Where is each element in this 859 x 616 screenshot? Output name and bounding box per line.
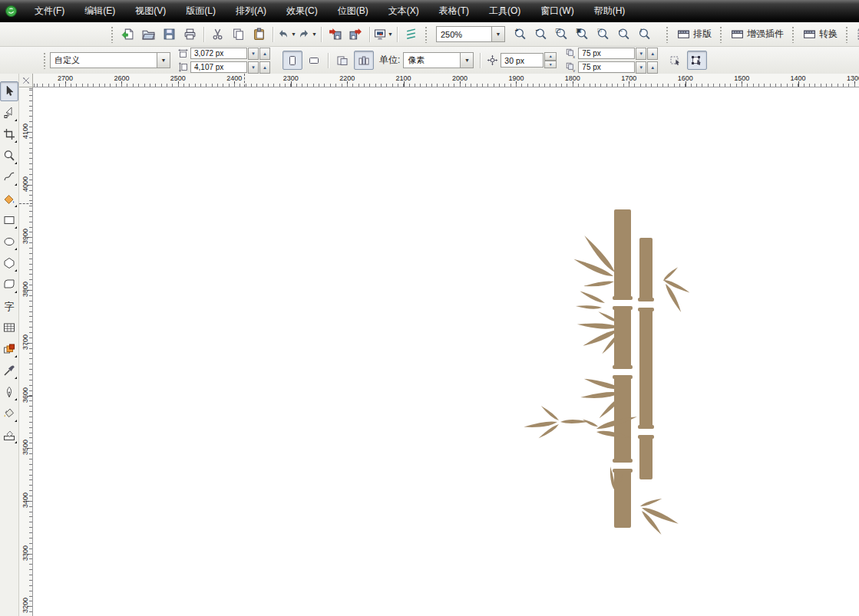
smart-fill-tool[interactable]: [0, 189, 18, 209]
blend-tool[interactable]: [0, 339, 18, 359]
save-button[interactable]: [159, 25, 180, 44]
treat-as-filled-button[interactable]: [666, 51, 686, 70]
toolbar-grip[interactable]: [791, 26, 795, 43]
plugins-toolbar-button[interactable]: 增强插件: [726, 25, 788, 44]
rectangle-tool[interactable]: [0, 210, 18, 230]
menu-item[interactable]: 版面(L): [176, 2, 226, 21]
zoom-tool[interactable]: [0, 146, 18, 166]
nudge-spin-up[interactable]: ▲: [544, 52, 557, 61]
all-pages-button[interactable]: [332, 51, 352, 70]
cut-button[interactable]: [207, 25, 228, 44]
zoom-page-button[interactable]: □: [593, 25, 613, 44]
layout-toolbar-button[interactable]: 排版: [672, 25, 716, 44]
eyedropper-icon: [3, 364, 15, 377]
units-combo[interactable]: 像素 ▼: [403, 52, 474, 68]
duplicate-distance-x-field[interactable]: 75 px: [578, 48, 635, 59]
convert-toolbar-button[interactable]: 转换: [798, 25, 842, 44]
polygon-tool[interactable]: [0, 253, 18, 273]
units-value[interactable]: 像素: [404, 53, 460, 68]
crop-tool[interactable]: [0, 124, 18, 144]
pick-tool[interactable]: [0, 81, 18, 101]
menu-item[interactable]: 窗口(W): [530, 2, 583, 21]
chevron-down-icon[interactable]: ▼: [291, 31, 296, 37]
outline-pen-tool[interactable]: [0, 382, 18, 402]
paper-height-spin-down[interactable]: ▼: [248, 61, 259, 74]
current-page-button[interactable]: [354, 51, 374, 70]
dup-x-spin-down[interactable]: ▼: [636, 48, 646, 60]
zoom-in-button[interactable]: +: [510, 25, 530, 44]
menu-item[interactable]: 帮助(H): [584, 2, 636, 21]
eyedropper-tool[interactable]: [0, 361, 18, 380]
open-button[interactable]: [138, 25, 159, 44]
dup-x-spin-up[interactable]: ▲: [647, 48, 658, 60]
page-preset-value[interactable]: 自定义: [51, 53, 157, 68]
chevron-down-icon[interactable]: ▼: [388, 31, 393, 37]
text-tool[interactable]: 字: [0, 296, 18, 316]
toolbar-grip[interactable]: [719, 26, 723, 43]
paper-width-spin-down[interactable]: ▼: [248, 48, 259, 60]
freehand-tool[interactable]: [0, 167, 18, 187]
paper-width-spin-up[interactable]: ▲: [259, 48, 270, 60]
menu-item[interactable]: 视图(V): [125, 2, 176, 21]
zoom-page-width-button[interactable]: ↔: [613, 25, 634, 44]
select-all-objects-button[interactable]: [687, 51, 707, 70]
nudge-spin-down[interactable]: ▼: [544, 61, 557, 69]
vertical-ruler[interactable]: 4100400039003800370036003500340033003200: [19, 87, 33, 616]
zoom-level-combo[interactable]: 250% ▼: [436, 26, 505, 42]
ellipse-tool[interactable]: [0, 232, 18, 252]
menu-item[interactable]: 位图(B): [328, 2, 378, 21]
page-preset-combo[interactable]: 自定义 ▼: [50, 52, 170, 68]
menu-item[interactable]: 编辑(E): [74, 2, 125, 21]
import-button[interactable]: [325, 25, 345, 44]
menu-item[interactable]: 排列(A): [226, 2, 276, 21]
options-button[interactable]: [401, 25, 421, 44]
horizontal-ruler[interactable]: 2700260025002400230022002100200019001800…: [33, 74, 859, 87]
menu-item[interactable]: 工具(O): [479, 2, 530, 21]
print-button[interactable]: [180, 25, 200, 44]
toolbar-grip[interactable]: [43, 52, 47, 69]
redo-button[interactable]: ▼: [297, 25, 318, 44]
new-document-button[interactable]: [117, 25, 138, 44]
portrait-button[interactable]: [282, 51, 302, 70]
dup-y-spin-down[interactable]: ▼: [636, 61, 646, 74]
menu-item[interactable]: 文件(F): [25, 2, 74, 21]
nudge-offset-field[interactable]: 30 px: [501, 53, 543, 68]
snap-toolbar-button[interactable]: 贴: [852, 25, 859, 44]
landscape-button[interactable]: [304, 51, 324, 70]
zoom-out-button[interactable]: −: [530, 25, 551, 44]
copy-button[interactable]: [228, 25, 249, 44]
zoom-page-height-button[interactable]: ↕: [634, 25, 655, 44]
chevron-down-icon[interactable]: ▼: [491, 27, 504, 41]
undo-button[interactable]: ▼: [276, 25, 297, 44]
paper-width-field[interactable]: 3,072 px: [190, 48, 247, 59]
paper-height-field[interactable]: 4,107 px: [190, 61, 247, 73]
export-button[interactable]: [345, 25, 366, 44]
copy-icon: [232, 28, 245, 41]
table-tool[interactable]: [0, 318, 18, 338]
chevron-down-icon[interactable]: ▼: [157, 53, 170, 68]
toolbar-grip[interactable]: [111, 26, 114, 43]
menu-item[interactable]: 效果(C): [276, 2, 328, 21]
bamboo-illustration[interactable]: [514, 199, 699, 537]
paper-height-spin-up[interactable]: ▲: [259, 61, 270, 74]
interactive-fill-tool[interactable]: [0, 425, 18, 445]
chevron-down-icon[interactable]: ▼: [460, 53, 473, 68]
fill-tool[interactable]: [0, 404, 18, 423]
application-launcher-button[interactable]: ▼: [373, 25, 394, 44]
zoom-selected-button[interactable]: ▢: [551, 25, 572, 44]
dup-y-spin-up[interactable]: ▲: [647, 61, 658, 74]
duplicate-distance-y-field[interactable]: 75 px: [578, 61, 635, 73]
basic-shapes-tool[interactable]: [0, 275, 18, 295]
chevron-down-icon[interactable]: ▼: [312, 31, 317, 37]
toolbar-grip[interactable]: [666, 26, 669, 43]
paste-button[interactable]: [249, 25, 269, 44]
zoom-all-objects-button[interactable]: ▣: [572, 25, 593, 44]
zoom-level-value[interactable]: 250%: [437, 27, 491, 41]
menu-item[interactable]: 表格(T): [429, 2, 479, 21]
toolbar-grip[interactable]: [845, 26, 849, 43]
canvas[interactable]: [33, 87, 859, 616]
shape-tool[interactable]: [0, 103, 18, 123]
menu-item[interactable]: 文本(X): [378, 2, 429, 21]
ruler-origin-button[interactable]: [19, 74, 33, 87]
toolbar-grip[interactable]: [425, 26, 428, 43]
